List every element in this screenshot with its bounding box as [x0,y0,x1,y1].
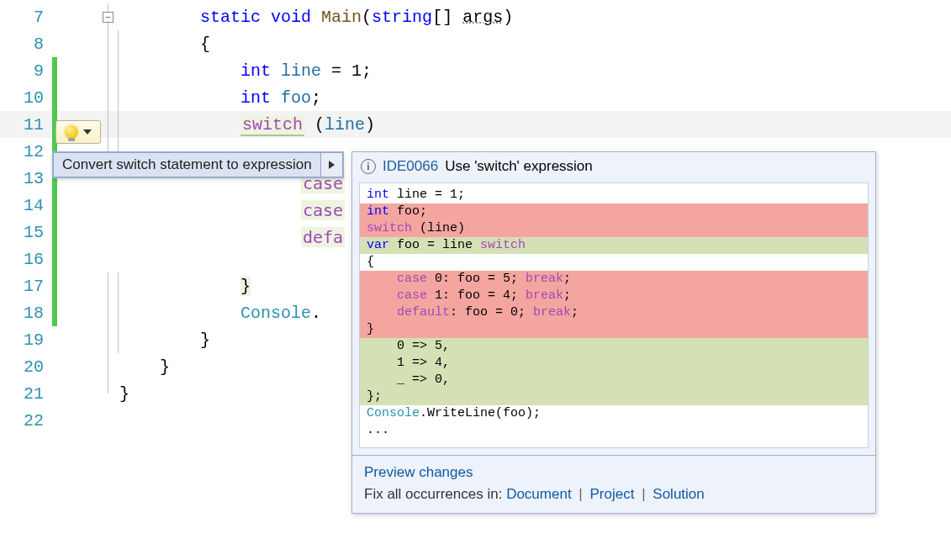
gutter [57,192,106,219]
code-text[interactable]: } [106,357,170,377]
code-line[interactable]: 10 int foo; [0,84,951,111]
gutter [57,353,106,380]
code-text[interactable]: static void Main(string[] args) [106,8,513,27]
diff-line: Console.WriteLine(foo); [360,405,868,422]
code-text[interactable]: int line = 1; [106,61,372,81]
gutter [57,246,106,272]
line-number: 20 [0,357,52,377]
line-number: 21 [0,384,52,404]
code-line[interactable]: 7 − static void Main(string[] args) [0,3,951,30]
quick-action-submenu-button[interactable] [321,152,343,177]
gutter: − [57,3,106,30]
gutter [57,57,106,84]
fix-document-link[interactable]: Document [506,486,571,502]
gutter [57,272,106,299]
lightbulb-icon [65,125,78,139]
diff-line-added: 1 => 4, [360,355,868,372]
quick-action-menu: Convert switch statement to expression [52,151,344,178]
fix-project-link[interactable]: Project [590,486,635,502]
gutter [57,380,106,407]
diff-line-added: _ => 0, [360,372,868,388]
gutter [57,219,106,246]
chevron-down-icon [83,129,92,135]
gutter [57,30,106,57]
lightbulb-button[interactable] [55,120,101,144]
quick-action-item[interactable]: Convert switch statement to expression [53,152,321,177]
chevron-right-icon [329,161,335,169]
diff-line-removed: default: foo = 0; break; [360,304,868,321]
separator: | [579,486,582,502]
line-number: 19 [0,330,52,350]
code-fragment: case [301,200,345,220]
line-number: 13 [0,169,52,188]
code-text[interactable]: int foo; [106,88,321,108]
diagnostic-message: Use 'switch' expression [445,158,593,175]
diff-line-removed: case 0: foo = 5; break; [360,271,868,288]
line-number: 22 [0,411,52,431]
diff-line-removed: } [360,321,868,338]
code-line[interactable]: 9 int line = 1; [0,57,951,84]
code-text[interactable]: Console. [106,304,321,323]
line-number: 11 [0,115,52,135]
line-number: 16 [0,250,52,269]
gutter [57,326,106,353]
gutter [57,84,106,111]
code-text[interactable]: } [106,330,210,350]
line-number: 7 [0,8,52,27]
fix-all-label: Fix all occurrences in: [364,486,502,502]
info-icon: i [361,159,376,174]
diff-line-added: var foo = line switch [360,237,868,254]
diff-line: int line = 1; [360,187,868,203]
code-text[interactable]: { [106,34,210,54]
code-line[interactable]: 8 { [0,30,951,57]
code-text[interactable]: switch (line) [106,115,375,135]
diff-line-removed: switch (line) [360,220,868,237]
gutter [57,407,106,434]
code-text[interactable]: } [106,277,251,296]
diagnostic-code: IDE0066 [383,158,438,175]
preview-footer: Preview changes Fix all occurrences in: … [352,455,875,513]
diff-line-added: }; [360,388,868,405]
line-number: 9 [0,61,52,81]
line-number: 15 [0,223,52,242]
code-text[interactable]: } [106,384,129,404]
line-number: 18 [0,304,52,323]
diff-line-added: 0 => 5, [360,338,868,355]
diff-line: ... [360,422,868,439]
diff-line: { [360,254,868,271]
diff-viewer[interactable]: int line = 1; int foo; switch (line) var… [359,182,869,448]
separator: | [642,486,645,502]
preview-header: i IDE0066 Use 'switch' expression [352,152,875,182]
gutter [57,299,106,326]
line-number: 17 [0,277,52,296]
preview-changes-link[interactable]: Preview changes [364,464,473,480]
code-fragment: defa [301,227,345,247]
fix-solution-link[interactable]: Solution [652,486,704,502]
line-number: 8 [0,34,52,54]
collapse-icon[interactable]: − [103,12,114,23]
line-number: 10 [0,88,52,108]
line-number: 12 [0,142,52,161]
diff-line-removed: int foo; [360,203,868,220]
line-number: 14 [0,196,52,215]
code-line[interactable]: 11 switch (line) [0,111,951,138]
diff-line-removed: case 1: foo = 4; break; [360,288,868,304]
refactoring-preview-panel: i IDE0066 Use 'switch' expression int li… [351,151,876,514]
